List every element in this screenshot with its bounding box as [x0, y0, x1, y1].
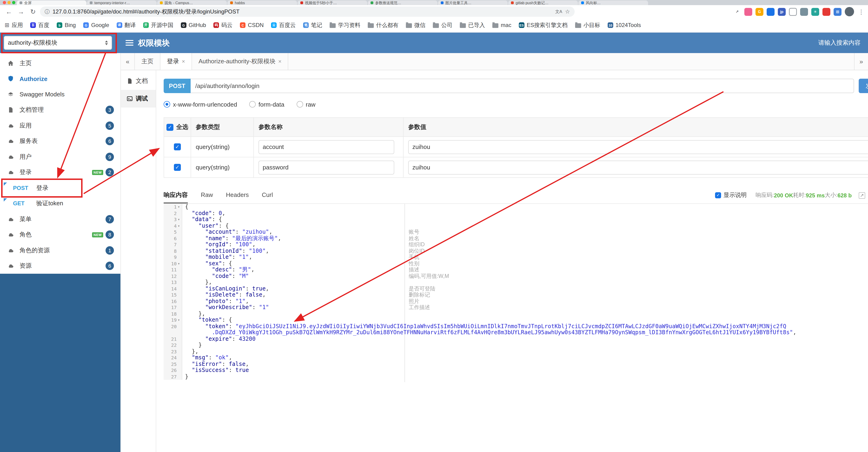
- browser-tab[interactable]: temporary-interior-r…: [87, 0, 157, 5]
- sidebar-item[interactable]: 角色的资源1: [0, 243, 120, 258]
- sidebar-item[interactable]: 服务表6: [0, 133, 120, 149]
- bookmark-item[interactable]: 微信: [406, 21, 425, 29]
- fold-icon[interactable]: ▾: [177, 205, 181, 209]
- bookmark-item[interactable]: 云百度云: [271, 21, 296, 29]
- module-select[interactable]: authority-权限模块: [4, 36, 112, 50]
- line-number[interactable]: 12: [164, 273, 182, 279]
- browser-tab[interactable]: gitlab push失败记…: [508, 0, 578, 5]
- send-button[interactable]: 发送: [859, 79, 868, 93]
- bookmark-item[interactable]: CCSDN: [240, 22, 264, 28]
- bookmark-item[interactable]: GGoogle: [83, 22, 109, 28]
- sidebar-item[interactable]: 主页: [0, 55, 120, 71]
- bookmark-item[interactable]: GGitHub: [181, 22, 206, 28]
- menu-toggle-icon[interactable]: [126, 40, 133, 46]
- line-number[interactable]: 24: [164, 355, 182, 361]
- sidebar-item[interactable]: 资源6: [0, 258, 120, 274]
- extension-icon[interactable]: ↗: [733, 8, 741, 16]
- collapse-tabs-button[interactable]: «: [121, 53, 135, 70]
- browser-tab[interactable]: 风向标…: [578, 0, 648, 5]
- bookmark-star-icon[interactable]: ☆: [565, 8, 570, 15]
- fullscreen-icon[interactable]: ↗: [859, 192, 865, 199]
- fold-icon[interactable]: ▾: [177, 224, 181, 228]
- sidebar-operation-post[interactable]: POST登录: [0, 180, 120, 196]
- param-name-input[interactable]: account: [258, 140, 394, 154]
- line-number[interactable]: 22: [164, 342, 182, 348]
- close-tab-icon[interactable]: ×: [278, 58, 281, 65]
- extension-icon[interactable]: [800, 8, 808, 16]
- line-number[interactable]: 9: [164, 254, 182, 260]
- line-number[interactable]: 2: [164, 210, 182, 217]
- line-number[interactable]: 11: [164, 267, 182, 273]
- browser-tab[interactable]: 圆角 - Campus…: [157, 0, 227, 5]
- browser-tab[interactable]: habbs: [227, 0, 297, 5]
- rail-item-debug[interactable]: 调试: [121, 90, 156, 108]
- line-number[interactable]: 13: [164, 279, 182, 286]
- bookmark-item[interactable]: 什么都有: [368, 21, 398, 29]
- sidebar-item[interactable]: 用户9: [0, 149, 120, 165]
- extension-icon[interactable]: ✳: [811, 8, 819, 16]
- line-number[interactable]: 19▾: [164, 317, 182, 323]
- rail-item-file[interactable]: 文档: [121, 72, 156, 90]
- response-tab[interactable]: Curl: [262, 187, 273, 203]
- minimize-window-button[interactable]: [7, 1, 11, 4]
- sidebar-item[interactable]: 角色NEW8: [0, 227, 120, 243]
- param-name-input[interactable]: password: [258, 160, 394, 174]
- address-bar[interactable]: ⓘ 127.0.0.1:8760/api/gate/doc.html#/auth…: [40, 6, 575, 17]
- sidebar-item[interactable]: 菜单7: [0, 211, 120, 227]
- bookmark-item[interactable]: mac: [492, 22, 511, 28]
- browser-tab[interactable]: 参数推送规范…: [368, 0, 437, 5]
- fold-icon[interactable]: ▾: [177, 262, 181, 266]
- back-button[interactable]: ←: [4, 8, 14, 16]
- line-number[interactable]: 6: [164, 235, 182, 242]
- browser-tab[interactable]: 视频低于5秒小于…: [298, 0, 367, 5]
- sidebar-item[interactable]: Authorize: [0, 71, 120, 87]
- sidebar-item[interactable]: 登录NEW2: [0, 165, 120, 180]
- close-tab-icon[interactable]: ×: [182, 58, 185, 65]
- bookmark-item[interactable]: 小目标: [575, 21, 600, 29]
- doc-tab[interactable]: 主页: [135, 53, 160, 70]
- fold-icon[interactable]: ▾: [177, 318, 181, 322]
- forward-button[interactable]: →: [16, 8, 26, 16]
- line-number[interactable]: 10▾: [164, 260, 182, 267]
- content-type-radio[interactable]: raw: [297, 101, 315, 108]
- request-path-input[interactable]: /api/authority/anno/login: [191, 79, 854, 93]
- line-number[interactable]: 17: [164, 305, 182, 311]
- line-number[interactable]: 1▾: [164, 204, 182, 210]
- doc-tab[interactable]: Authorize-authority-权限模块×: [192, 53, 288, 70]
- line-number[interactable]: 25: [164, 361, 182, 367]
- line-number[interactable]: 21: [164, 336, 182, 342]
- row-checkbox[interactable]: [174, 143, 181, 150]
- line-number[interactable]: 4▾: [164, 223, 182, 229]
- bookmark-item[interactable]: 开开源中国: [143, 21, 174, 29]
- sidebar-item[interactable]: 应用5: [0, 118, 120, 133]
- content-type-radio[interactable]: x-www-form-urlencoded: [164, 101, 237, 108]
- line-number[interactable]: 18: [164, 311, 182, 317]
- bookmark-item[interactable]: 已导入: [460, 21, 485, 29]
- site-info-icon[interactable]: ⓘ: [44, 8, 50, 15]
- select-all-checkbox[interactable]: [166, 123, 174, 131]
- sidebar-item[interactable]: 文档管理3: [0, 102, 120, 118]
- line-number[interactable]: 20: [164, 323, 182, 330]
- content-type-radio[interactable]: form-data: [249, 101, 284, 108]
- browser-menu-icon[interactable]: ⋮: [858, 8, 864, 15]
- line-number[interactable]: 8: [164, 248, 182, 254]
- bookmark-item[interactable]: bBing: [57, 22, 76, 28]
- response-tab[interactable]: 响应内容: [164, 187, 188, 203]
- extension-icon[interactable]: [823, 8, 830, 16]
- bookmark-item[interactable]: 笔笔记: [303, 21, 322, 29]
- close-window-button[interactable]: [3, 1, 6, 4]
- extension-icon[interactable]: [789, 8, 797, 16]
- line-number[interactable]: 7: [164, 242, 182, 248]
- row-checkbox[interactable]: [174, 164, 181, 171]
- zoom-window-button[interactable]: [12, 1, 16, 4]
- bookmark-item[interactable]: ESES搜索引擎文档: [519, 21, 568, 29]
- extension-icon[interactable]: jp: [778, 8, 786, 16]
- doc-tab[interactable]: 登录×: [160, 53, 192, 70]
- bookmark-item[interactable]: 公司: [433, 21, 453, 29]
- expand-tabs-button[interactable]: »: [854, 53, 868, 70]
- line-number[interactable]: 26: [164, 367, 182, 373]
- header-search-input[interactable]: 请输入搜索内容: [818, 39, 861, 47]
- fold-icon[interactable]: ▾: [177, 218, 181, 222]
- param-value-input[interactable]: zuihou: [408, 140, 868, 154]
- browser-tab[interactable]: 图片批量工具…: [438, 0, 508, 5]
